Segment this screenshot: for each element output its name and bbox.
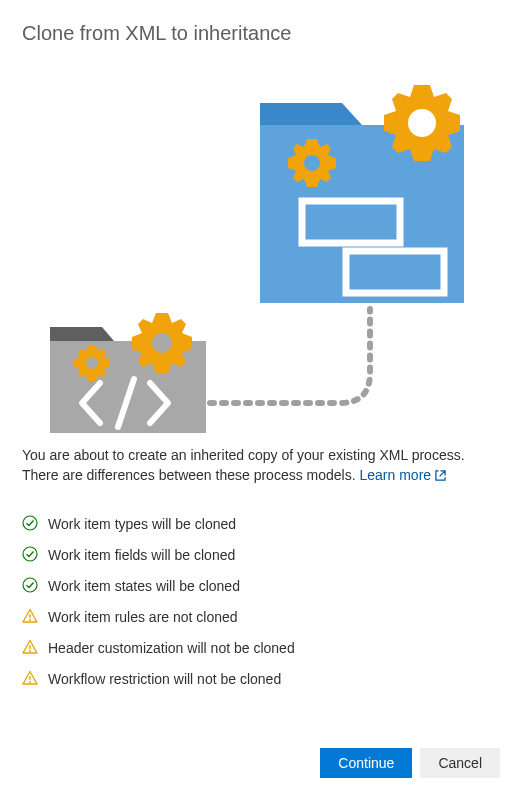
success-icon <box>22 577 38 596</box>
list-item-text: Work item fields will be cloned <box>48 547 235 563</box>
warning-icon <box>22 670 38 689</box>
list-item: Header customization will not be cloned <box>22 633 500 664</box>
list-item: Work item fields will be cloned <box>22 540 500 571</box>
warning-icon <box>22 639 38 658</box>
success-icon <box>22 546 38 565</box>
list-item: Workflow restriction will not be cloned <box>22 664 500 695</box>
external-link-icon <box>435 466 446 486</box>
continue-button[interactable]: Continue <box>320 748 412 778</box>
list-item-text: Workflow restriction will not be cloned <box>48 671 281 687</box>
svg-point-1 <box>408 109 436 137</box>
list-item-text: Header customization will not be cloned <box>48 640 295 656</box>
list-item-text: Work item types will be cloned <box>48 516 236 532</box>
dialog-actions: Continue Cancel <box>320 748 500 778</box>
svg-point-8 <box>23 516 37 530</box>
svg-point-9 <box>23 547 37 561</box>
svg-point-6 <box>152 333 172 353</box>
svg-point-7 <box>86 357 98 369</box>
svg-point-10 <box>23 578 37 592</box>
description-text: You are about to create an inherited cop… <box>22 445 500 487</box>
svg-point-14 <box>29 650 31 652</box>
svg-point-12 <box>29 619 31 621</box>
list-item: Work item rules are not cloned <box>22 602 500 633</box>
warning-icon <box>22 608 38 627</box>
learn-more-link[interactable]: Learn more <box>359 467 446 483</box>
clone-illustration <box>22 63 500 433</box>
dialog-title: Clone from XML to inheritance <box>22 22 500 45</box>
checklist: Work item types will be cloned Work item… <box>22 509 500 695</box>
list-item: Work item states will be cloned <box>22 571 500 602</box>
svg-rect-0 <box>260 125 464 303</box>
svg-point-16 <box>29 681 31 683</box>
cancel-button[interactable]: Cancel <box>420 748 500 778</box>
list-item-text: Work item rules are not cloned <box>48 609 238 625</box>
success-icon <box>22 515 38 534</box>
list-item-text: Work item states will be cloned <box>48 578 240 594</box>
list-item: Work item types will be cloned <box>22 509 500 540</box>
svg-point-2 <box>304 155 320 171</box>
